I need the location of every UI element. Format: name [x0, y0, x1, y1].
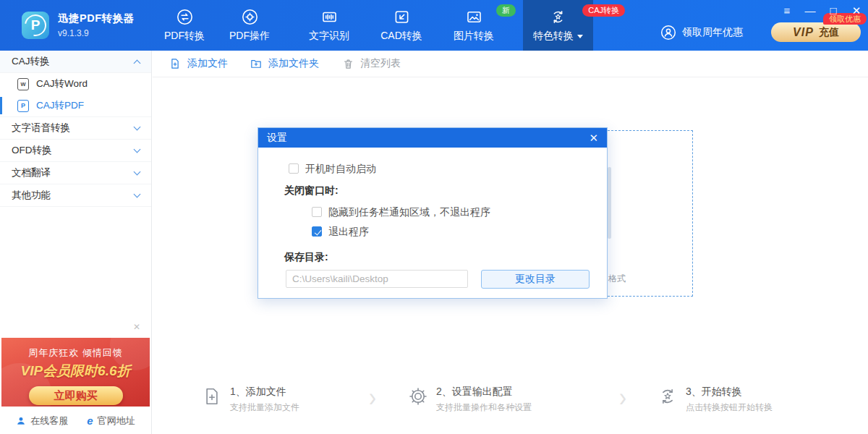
step-subtitle: 支持批量添加文件 [230, 401, 299, 414]
minimize-icon[interactable]: — [801, 4, 819, 18]
group-label: 文档翻译 [12, 166, 51, 179]
nav-label: 特色转换 [533, 30, 574, 43]
add-folder-button[interactable]: 添加文件夹 [250, 57, 319, 70]
sidebar-group-ofd[interactable]: OFD转换 [0, 140, 151, 162]
close-icon[interactable]: ✕ [848, 4, 865, 18]
button-label: 清空列表 [360, 57, 401, 70]
add-folder-icon [250, 57, 263, 70]
nav-label: PDF转换 [164, 30, 205, 43]
nav-tab-image-convert[interactable]: 新 图片转换 [438, 0, 510, 51]
official-site-link[interactable]: e 官网地址 [87, 414, 135, 427]
step-title: 3、开始转换 [686, 386, 773, 399]
dialog-close-icon[interactable]: ✕ [589, 132, 598, 143]
checkbox-hide-to-tray[interactable] [312, 207, 322, 217]
item-label: CAJ转Word [36, 77, 88, 90]
group-label: 文字语音转换 [12, 122, 70, 135]
nav-tab-ocr[interactable]: 文字识别 [293, 0, 365, 51]
nav-tab-special-convert[interactable]: CAJ转换 特色转换 [523, 0, 593, 51]
save-dir-section-label: 保存目录: [284, 251, 328, 264]
group-label: CAJ转换 [12, 55, 50, 68]
chevron-up-icon [134, 59, 141, 67]
sidebar-item-caj-to-pdf[interactable]: P CAJ转PDF [0, 95, 151, 116]
convert-loop-icon [657, 386, 678, 407]
special-convert-icon [549, 8, 567, 26]
nav-label: 图片转换 [454, 30, 494, 43]
promo-close-icon[interactable]: ✕ [133, 322, 140, 332]
step-subtitle: 点击转换按钮开始转换 [686, 401, 773, 414]
step-start-convert: 3、开始转换 点击转换按钮开始转换 [657, 386, 773, 414]
account-promo-link[interactable]: 领取周年优惠 [660, 24, 743, 41]
save-dir-input[interactable] [286, 270, 468, 288]
autostart-label[interactable]: 开机时自动启动 [305, 163, 376, 176]
sidebar-item-caj-to-word[interactable]: w CAJ转Word [0, 73, 151, 95]
online-support-link[interactable]: 在线客服 [16, 414, 68, 427]
step-arrow-icon: › [619, 384, 626, 412]
add-file-button[interactable]: 添加文件 [169, 57, 228, 70]
pdf-doc-icon: P [17, 100, 29, 112]
nav-tab-pdf-convert[interactable]: PDF转换 [156, 0, 213, 51]
step-configure-output: 2、设置输出配置 支持批量操作和各种设置 [407, 386, 532, 414]
settings-dialog: 设置 ✕ 开机时自动启动 关闭窗口时: 隐藏到任务栏通知区域，不退出程序 退出程… [258, 127, 608, 299]
step-subtitle: 支持批量操作和各种设置 [436, 401, 532, 414]
sidebar-group-text-voice[interactable]: 文字语音转换 [0, 117, 151, 140]
dialog-title-bar: 设置 ✕ [258, 128, 607, 148]
recharge-label: 充值 [819, 26, 839, 39]
button-label: 添加文件 [187, 57, 228, 70]
ocr-icon [320, 8, 339, 26]
checkbox-exit-program[interactable] [312, 226, 322, 237]
exit-program-label[interactable]: 退出程序 [328, 226, 369, 239]
link-label: 官网地址 [98, 414, 135, 427]
dropdown-arrow-icon [577, 35, 583, 41]
button-label: 添加文件夹 [268, 57, 319, 70]
sidebar-group-doc-translate[interactable]: 文档翻译 [0, 162, 151, 184]
hide-to-tray-label[interactable]: 隐藏到任务栏通知区域，不退出程序 [328, 206, 490, 219]
dialog-title: 设置 [267, 132, 287, 145]
nav-tab-cad-convert[interactable]: CAD转换 [365, 0, 438, 51]
checkbox-autostart[interactable] [289, 163, 299, 174]
word-doc-icon: w [17, 78, 29, 90]
chevron-down-icon [134, 190, 141, 197]
app-title: 迅捷PDF转换器 [58, 12, 135, 25]
item-label: CAJ转PDF [36, 99, 84, 112]
caj-badge: CAJ转换 [582, 4, 625, 17]
vip-recharge-button[interactable]: VIP 充值 领取优惠 [771, 22, 861, 42]
sidebar-sublist: w CAJ转Word P CAJ转PDF [0, 73, 151, 117]
step-arrow-icon: › [369, 384, 376, 412]
logo-letter: P [31, 17, 41, 33]
sidebar-group-other[interactable]: 其他功能 [0, 184, 151, 207]
window-controls: ≡ — □ ✕ [778, 4, 865, 18]
add-file-icon [201, 386, 223, 407]
step-title: 1、添加文件 [230, 386, 299, 399]
menu-icon[interactable]: ≡ [778, 4, 796, 18]
sidebar-footer: 在线客服 e 官网地址 [0, 407, 151, 434]
chevron-down-icon [134, 168, 141, 175]
chevron-down-icon [134, 123, 141, 130]
nav-tab-pdf-operate[interactable]: PDF操作 [221, 0, 278, 51]
promo-line1: 周年庆狂欢 倾情回馈 [1, 346, 150, 359]
dropzone-button-fragment [608, 167, 611, 239]
group-label: OFD转换 [12, 144, 52, 157]
maximize-icon[interactable]: □ [825, 4, 842, 18]
buy-now-button[interactable]: 立即购买 [29, 386, 123, 405]
person-circle-icon [660, 24, 677, 41]
app-version: v9.1.3.9 [58, 28, 135, 38]
step-title: 2、设置输出配置 [436, 386, 532, 399]
vip-label: VIP [793, 26, 814, 39]
clear-list-button[interactable]: 清空列表 [342, 57, 401, 70]
nav-label: 文字识别 [309, 30, 349, 43]
file-toolbar: 添加文件 添加文件夹 清空列表 [153, 51, 868, 77]
app-logo-icon: P [22, 12, 49, 39]
pdf-operate-icon [241, 8, 259, 26]
sidebar-group-caj-convert[interactable]: CAJ转换 [0, 51, 151, 73]
step-add-files: 1、添加文件 支持批量添加文件 [201, 386, 299, 414]
nav-label: CAD转换 [380, 30, 422, 43]
close-window-section-label: 关闭窗口时: [284, 184, 339, 197]
promo-banner[interactable]: 周年庆狂欢 倾情回馈 VIP会员限时6.6折 立即购买 [1, 338, 150, 407]
trash-icon [342, 58, 354, 70]
change-dir-button[interactable]: 更改目录 [481, 270, 590, 289]
chevron-down-icon [134, 145, 141, 153]
account-label: 领取周年优惠 [682, 26, 743, 39]
sidebar: CAJ转换 w CAJ转Word P CAJ转PDF 文字语音转换 OFD转换 … [0, 51, 152, 434]
promo-line2: VIP会员限时6.6折 [1, 362, 150, 380]
browser-e-icon: e [87, 414, 93, 427]
